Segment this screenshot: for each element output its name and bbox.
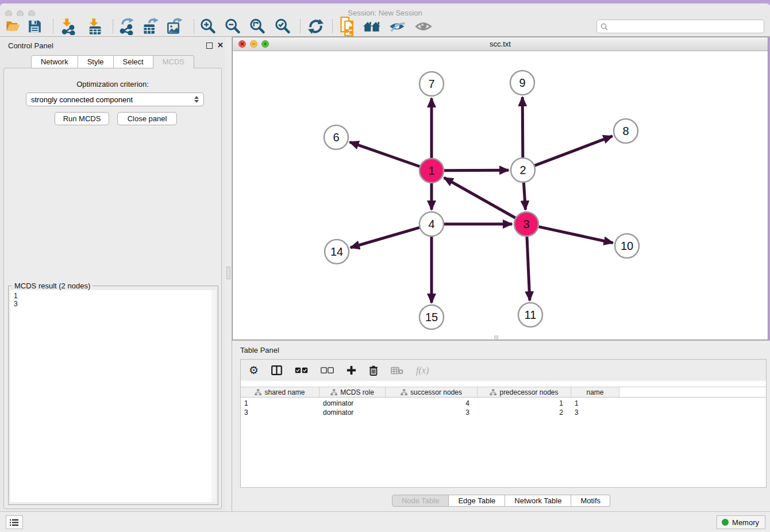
table-settings-gear-icon[interactable]: ⚙ [249, 364, 259, 377]
splitter-grip[interactable] [226, 267, 230, 279]
column-header-successor-nodes[interactable]: successor nodes [386, 387, 478, 397]
edge-2-3[interactable] [523, 183, 525, 210]
column-header-MCDS-role[interactable]: MCDS role [319, 387, 386, 397]
search-input[interactable] [610, 22, 764, 30]
network-graph[interactable]: 7968124314101511 [233, 51, 768, 340]
tab-edge-table[interactable]: Edge Table [449, 495, 505, 507]
panel-splitter[interactable] [225, 37, 232, 511]
export-network-icon[interactable] [118, 18, 135, 35]
run-mcds-button[interactable]: Run MCDS [55, 112, 109, 125]
cell-name[interactable]: 3 [571, 408, 619, 417]
node-4[interactable]: 4 [419, 212, 444, 236]
table-row[interactable]: 3dominator323 [241, 408, 766, 417]
toolbar-separator [332, 20, 333, 33]
select-all-icon[interactable] [295, 367, 308, 373]
cell-MCDS-role[interactable]: dominator [319, 408, 386, 417]
close-panel-icon[interactable]: ✕ [217, 41, 224, 49]
node-7[interactable]: 7 [419, 72, 444, 96]
cell-shared-name[interactable]: 1 [241, 399, 319, 408]
task-history-button[interactable] [6, 515, 23, 529]
node-table: ⚙ f(x) [240, 359, 767, 488]
column-visibility-icon[interactable] [271, 365, 282, 375]
control-panel-header: Control Panel ✕ [0, 37, 225, 54]
column-header-shared-name[interactable]: shared name [241, 387, 319, 397]
cell-successor-nodes[interactable]: 4 [386, 399, 478, 408]
column-header-label: MCDS role [340, 388, 374, 396]
mcds-panel: Optimization criterion: strongly connect… [3, 68, 222, 509]
memory-label: Memory [732, 518, 759, 527]
edge-2-9[interactable] [522, 97, 523, 157]
canvas-resize-grip[interactable] [494, 336, 498, 339]
cell-predecessor-nodes[interactable]: 1 [478, 399, 571, 408]
tab-network[interactable]: Network [31, 55, 78, 68]
edge-3-1[interactable] [444, 178, 515, 218]
add-column-icon[interactable] [346, 365, 356, 375]
deselect-all-icon[interactable] [321, 367, 334, 373]
node-1[interactable]: 1 [419, 159, 444, 183]
zoom-in-icon[interactable] [200, 18, 217, 34]
cell-predecessor-nodes[interactable]: 2 [478, 408, 571, 417]
tab-mcds[interactable]: MCDS [153, 55, 194, 68]
network-window-titlebar[interactable]: ✕ − + scc.txt [233, 37, 768, 51]
node-15[interactable]: 15 [419, 305, 444, 329]
optimization-criterion-label: Optimization criterion: [4, 80, 221, 88]
memory-button[interactable]: Memory [717, 515, 765, 529]
control-panel: Control Panel ✕ NetworkStyleSelectMCDS O… [0, 37, 225, 511]
edge-4-14[interactable] [351, 228, 419, 248]
node-label: 10 [621, 240, 633, 252]
open-session-icon[interactable] [5, 20, 21, 33]
node-3[interactable]: 3 [514, 212, 538, 236]
apply-layout-icon[interactable] [308, 18, 324, 34]
cell-shared-name[interactable]: 3 [241, 408, 319, 417]
node-9[interactable]: 9 [510, 71, 534, 95]
tab-node-table[interactable]: Node Table [392, 495, 449, 507]
function-builder-icon: f(x) [416, 365, 429, 376]
edge-3-10[interactable] [538, 227, 613, 243]
show-all-icon[interactable] [415, 20, 433, 33]
tab-select[interactable]: Select [114, 55, 153, 68]
node-14[interactable]: 14 [325, 240, 349, 264]
memory-status-icon [722, 519, 729, 526]
column-sort-icon [255, 389, 261, 396]
zoom-out-icon[interactable] [225, 18, 241, 34]
close-panel-button[interactable]: Close panel [117, 112, 177, 125]
save-session-icon[interactable] [28, 20, 41, 33]
edge-1-2[interactable] [444, 170, 509, 171]
tab-network-table[interactable]: Network Table [505, 495, 571, 507]
mcds-result-list[interactable]: 1 3 [10, 290, 213, 502]
tab-motifs[interactable]: Motifs [571, 495, 610, 507]
delete-column-icon[interactable] [369, 365, 378, 376]
export-table-icon[interactable] [142, 18, 159, 35]
control-panel-title: Control Panel [8, 41, 53, 50]
float-panel-icon[interactable] [206, 43, 213, 49]
column-header-predecessor-nodes[interactable]: predecessor nodes [478, 387, 571, 397]
import-table-icon[interactable] [86, 18, 103, 35]
node-10[interactable]: 10 [615, 234, 639, 258]
table-tabs: Node TableEdge TableNetwork TableMotifs [232, 495, 770, 507]
column-header-label: shared name [264, 388, 305, 396]
network-canvas[interactable]: 7968124314101511 [233, 51, 768, 340]
hide-selected-icon[interactable] [388, 20, 406, 33]
tab-style[interactable]: Style [78, 55, 114, 68]
table-row[interactable]: 1dominator411 [241, 399, 766, 408]
edge-1-6[interactable] [350, 142, 420, 166]
cell-successor-nodes[interactable]: 3 [386, 408, 478, 417]
clone-network-icon[interactable] [339, 17, 357, 36]
first-neighbors-icon[interactable] [363, 20, 382, 33]
cell-name[interactable]: 1 [571, 399, 619, 408]
column-header-name[interactable]: name [571, 387, 619, 397]
import-network-icon[interactable] [59, 18, 76, 35]
node-8[interactable]: 8 [614, 119, 638, 143]
edge-2-8[interactable] [535, 136, 613, 165]
node-6[interactable]: 6 [324, 125, 348, 149]
export-image-icon[interactable] [167, 18, 184, 35]
search-box [596, 20, 764, 33]
node-11[interactable]: 11 [518, 303, 542, 327]
node-2[interactable]: 2 [511, 158, 535, 182]
result-scrollbar[interactable] [211, 290, 216, 502]
optimization-criterion-select[interactable]: strongly connected component [26, 92, 204, 106]
cell-MCDS-role[interactable]: dominator [319, 399, 386, 408]
edge-3-11[interactable] [527, 237, 530, 300]
zoom-selected-icon[interactable] [275, 18, 291, 34]
zoom-fit-icon[interactable] [249, 18, 266, 34]
